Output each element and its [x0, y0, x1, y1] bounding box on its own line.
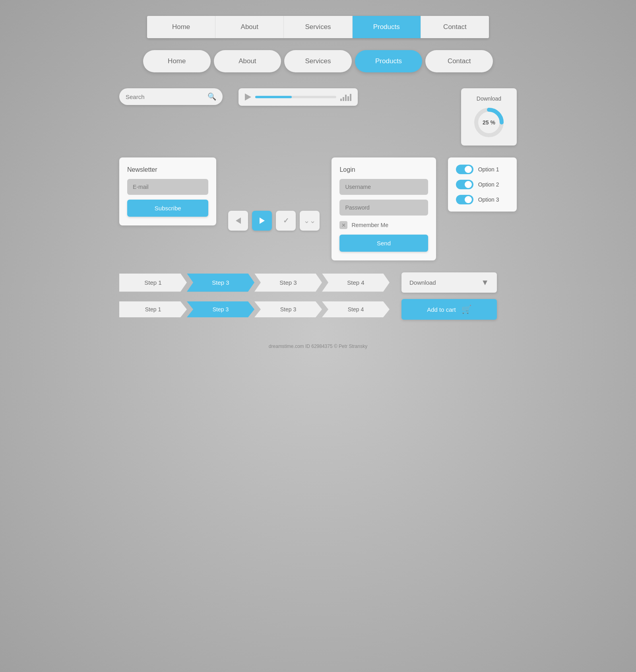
step-2-item-4[interactable]: Step 4 [322, 301, 390, 317]
step-2-item-1[interactable]: Step 1 [119, 301, 187, 317]
donut-container: 25 % [473, 107, 505, 138]
newsletter-title: Newsletter [127, 166, 208, 173]
step-1-item-1[interactable]: Step 1 [119, 274, 187, 292]
arrow-left-icon [236, 218, 241, 224]
login-title: Login [339, 166, 428, 173]
nav-item-about-2[interactable]: About [214, 50, 281, 72]
search-widget: 🔍 [119, 88, 223, 105]
step-1-item-4[interactable]: Step 4 [322, 274, 390, 292]
nav-item-products-1[interactable]: Products [353, 16, 421, 38]
remember-row: ✕ Remember Me [339, 221, 428, 229]
add-to-cart-label: Add to cart [427, 306, 456, 313]
double-chevron-icon: ⌄⌄ [304, 216, 316, 225]
watermark: dreamstime.com ID 62984375 © Petr Strans… [269, 344, 367, 349]
nav-item-products-2[interactable]: Products [355, 50, 423, 72]
vol-bar-5 [350, 94, 351, 101]
remember-label: Remember Me [351, 222, 388, 228]
download-button-label: Download [409, 279, 436, 286]
vol-bar-3 [345, 95, 347, 101]
play-button-ctrl[interactable] [252, 211, 272, 231]
check-icon: ✓ [283, 216, 289, 225]
double-down-button[interactable]: ⌄⌄ [300, 211, 320, 231]
step-section: Step 1 Step 3 Step 3 Step 4 Download ▼ S… [119, 272, 517, 320]
option-label-2: Option 2 [478, 181, 499, 188]
send-button[interactable]: Send [339, 235, 428, 252]
nav-item-about-1[interactable]: About [215, 16, 284, 38]
step-bar-row-1: Step 1 Step 3 Step 3 Step 4 Download ▼ [119, 272, 517, 293]
option-row-1: Option 1 [456, 165, 509, 174]
nav-item-services-1[interactable]: Services [284, 16, 352, 38]
play-icon [260, 218, 265, 224]
toggle-1[interactable] [456, 165, 473, 174]
main-content-row: Newsletter Subscribe ✓ ⌄⌄ Login ✕ R [119, 157, 517, 260]
download-widget: Download 25 % [461, 88, 517, 146]
volume-bars [340, 93, 351, 101]
progress-bar-track[interactable] [255, 96, 336, 98]
nav-item-home-1[interactable]: Home [147, 16, 215, 38]
option-label-1: Option 1 [478, 166, 499, 173]
vol-bar-4 [347, 96, 349, 101]
option-row-2: Option 2 [456, 180, 509, 189]
widgets-row: 🔍 Download 25 % [119, 88, 517, 146]
nav-bar-1: Home About Services Products Contact [147, 16, 489, 38]
subscribe-button[interactable]: Subscribe [127, 200, 208, 217]
search-icon: 🔍 [207, 92, 216, 101]
login-box: Login ✕ Remember Me Send [332, 157, 436, 260]
step-2-item-2[interactable]: Step 3 [187, 301, 254, 317]
add-to-cart-button[interactable]: Add to cart 🛒 [401, 299, 497, 320]
step-1-item-3[interactable]: Step 3 [254, 274, 322, 292]
step-bar-1: Step 1 Step 3 Step 3 Step 4 [119, 274, 390, 292]
toggle-3[interactable] [456, 195, 473, 204]
option-row-3: Option 3 [456, 195, 509, 204]
email-field[interactable] [127, 179, 208, 195]
vol-bar-1 [340, 99, 342, 101]
download-button[interactable]: Download ▼ [401, 272, 497, 293]
step-bar-2: Step 1 Step 3 Step 3 Step 4 [119, 301, 390, 317]
media-player [238, 88, 358, 106]
newsletter-box: Newsletter Subscribe [119, 157, 216, 225]
prev-button[interactable] [228, 211, 248, 231]
step-bar-row-2: Step 1 Step 3 Step 3 Step 4 Add to cart … [119, 299, 517, 320]
step-1-item-2[interactable]: Step 3 [187, 274, 254, 292]
nav-item-home-2[interactable]: Home [143, 50, 211, 72]
controls-row: ✓ ⌄⌄ [228, 211, 320, 231]
download-arrow-icon: ▼ [481, 278, 489, 287]
nav-item-contact-1[interactable]: Contact [421, 16, 489, 38]
step-2-item-3[interactable]: Step 3 [254, 301, 322, 317]
password-field[interactable] [339, 200, 428, 216]
search-input[interactable] [126, 93, 207, 100]
play-button[interactable] [245, 93, 251, 101]
vol-bar-2 [343, 97, 344, 101]
check-button[interactable]: ✓ [276, 211, 296, 231]
options-box: Option 1 Option 2 Option 3 [448, 157, 517, 212]
download-widget-label: Download [477, 95, 501, 102]
username-field[interactable] [339, 179, 428, 195]
nav-item-contact-2[interactable]: Contact [425, 50, 493, 72]
progress-bar-fill [255, 96, 292, 98]
controls-section: ✓ ⌄⌄ [228, 157, 320, 231]
option-label-3: Option 3 [478, 196, 499, 203]
nav-item-services-2[interactable]: Services [284, 50, 352, 72]
remember-checkbox[interactable]: ✕ [339, 221, 347, 229]
cart-icon: 🛒 [461, 305, 471, 314]
donut-percent-text: 25 % [483, 119, 495, 126]
toggle-2[interactable] [456, 180, 473, 189]
nav-bar-2: Home About Services Products Contact [143, 50, 493, 72]
